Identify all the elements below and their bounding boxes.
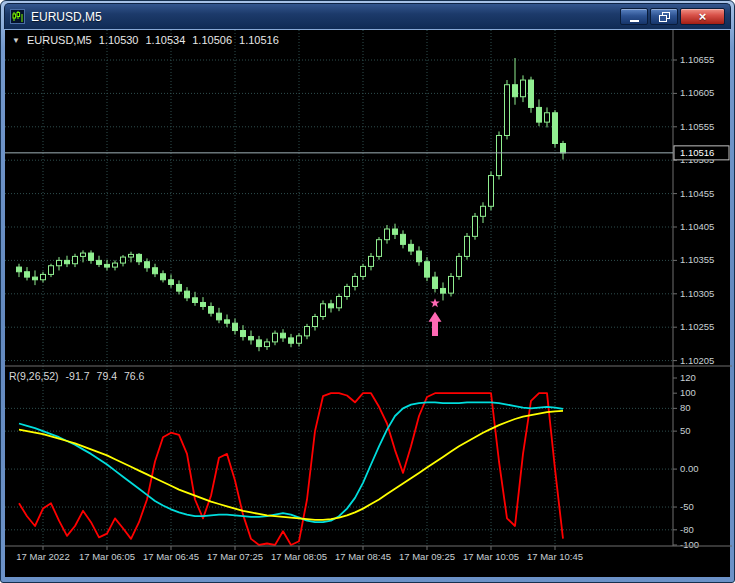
svg-text:1.10355: 1.10355 bbox=[680, 254, 714, 265]
close-button[interactable]: × bbox=[680, 8, 725, 25]
svg-text:17 Mar 09:25: 17 Mar 09:25 bbox=[399, 551, 455, 562]
svg-text:17 Mar 08:45: 17 Mar 08:45 bbox=[335, 551, 391, 562]
svg-text:1.10405: 1.10405 bbox=[680, 221, 714, 232]
symbol-ohlc-label: ▼ EURUSD,M5 1.10530 1.10534 1.10506 1.10… bbox=[12, 34, 279, 46]
svg-text:100: 100 bbox=[680, 387, 696, 398]
minimize-button[interactable] bbox=[620, 8, 648, 25]
close-icon: × bbox=[699, 10, 707, 23]
svg-text:17 Mar 2022: 17 Mar 2022 bbox=[16, 551, 69, 562]
svg-text:1.10605: 1.10605 bbox=[680, 87, 714, 98]
svg-text:17 Mar 10:45: 17 Mar 10:45 bbox=[527, 551, 583, 562]
chart-canvas[interactable]: 17 Mar 202217 Mar 06:0517 Mar 06:4517 Ma… bbox=[5, 30, 732, 579]
chart-window-icon bbox=[10, 9, 25, 24]
svg-text:120: 120 bbox=[680, 372, 696, 383]
ohlc-open: 1.10530 bbox=[99, 34, 139, 46]
svg-text:1.10305: 1.10305 bbox=[680, 288, 714, 299]
collapse-arrow-icon[interactable]: ▼ bbox=[12, 36, 20, 45]
minimize-icon bbox=[630, 20, 639, 22]
svg-text:80: 80 bbox=[680, 402, 691, 413]
svg-text:1.10555: 1.10555 bbox=[680, 121, 714, 132]
svg-text:1.10455: 1.10455 bbox=[680, 188, 714, 199]
svg-text:50: 50 bbox=[680, 425, 691, 436]
svg-text:0.00: 0.00 bbox=[680, 463, 699, 474]
indicator-name: R(9,26,52) bbox=[9, 370, 59, 382]
ohlc-high: 1.10534 bbox=[145, 34, 185, 46]
svg-text:17 Mar 10:05: 17 Mar 10:05 bbox=[463, 551, 519, 562]
ohlc-close: 1.10516 bbox=[239, 34, 279, 46]
restore-icon bbox=[659, 12, 670, 22]
chart-client-area: 17 Mar 202217 Mar 06:0517 Mar 06:4517 Ma… bbox=[5, 30, 730, 577]
indicator-values-label: R(9,26,52) -91.7 79.4 76.6 bbox=[9, 370, 144, 382]
window-title: EURUSD,M5 bbox=[31, 10, 620, 24]
svg-text:1.10205: 1.10205 bbox=[680, 355, 714, 366]
svg-text:1.10255: 1.10255 bbox=[680, 321, 714, 332]
svg-text:17 Mar 06:45: 17 Mar 06:45 bbox=[143, 551, 199, 562]
symbol-name: EURUSD,M5 bbox=[27, 34, 92, 46]
svg-text:-50: -50 bbox=[680, 501, 694, 512]
svg-text:17 Mar 06:05: 17 Mar 06:05 bbox=[79, 551, 135, 562]
window-controls: × bbox=[620, 8, 725, 25]
svg-text:-100: -100 bbox=[680, 539, 699, 550]
svg-text:17 Mar 08:05: 17 Mar 08:05 bbox=[271, 551, 327, 562]
indicator-value-2: 79.4 bbox=[97, 370, 117, 382]
svg-text:17 Mar 07:25: 17 Mar 07:25 bbox=[207, 551, 263, 562]
svg-text:1.10516: 1.10516 bbox=[680, 147, 714, 158]
titlebar[interactable]: EURUSD,M5 × bbox=[4, 3, 731, 29]
ohlc-low: 1.10506 bbox=[192, 34, 232, 46]
indicator-value-3: 76.6 bbox=[124, 370, 144, 382]
indicator-value-1: -91.7 bbox=[66, 370, 90, 382]
svg-text:-80: -80 bbox=[680, 524, 694, 535]
restore-button[interactable] bbox=[650, 8, 678, 25]
svg-text:1.10655: 1.10655 bbox=[680, 54, 714, 65]
chart-window: EURUSD,M5 × 17 Mar 202217 Mar 06:0517 Ma… bbox=[0, 0, 735, 583]
